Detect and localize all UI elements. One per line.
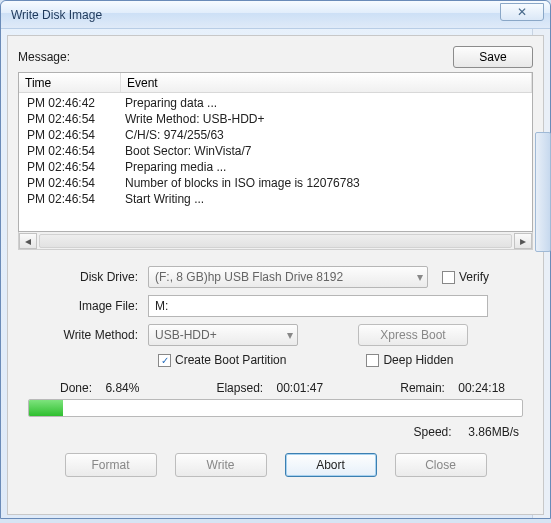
button-row: Format Write Abort Close xyxy=(18,453,533,477)
log-time: PM 02:46:54 xyxy=(19,176,121,190)
scroll-left-arrow[interactable]: ◂ xyxy=(19,233,37,249)
log-row[interactable]: PM 02:46:54Boot Sector: WinVista/7 xyxy=(19,143,532,159)
write-method-value: USB-HDD+ xyxy=(155,328,217,342)
speed-row: Speed: 3.86MB/s xyxy=(18,425,519,439)
progress-fill xyxy=(29,400,63,416)
deep-hidden-checkbox[interactable]: Deep Hidden xyxy=(366,353,453,367)
disk-drive-dropdown[interactable]: (F:, 8 GB)hp USB Flash Drive 8192 ▾ xyxy=(148,266,428,288)
verify-checkbox[interactable]: Verify xyxy=(442,270,489,284)
save-button[interactable]: Save xyxy=(453,46,533,68)
window-title: Write Disk Image xyxy=(11,8,102,22)
speed-label: Speed: xyxy=(414,425,452,439)
stats-row: Done: 6.84% Elapsed: 00:01:47 Remain: 00… xyxy=(60,381,505,395)
log-row[interactable]: PM 02:46:54Number of blocks in ISO image… xyxy=(19,175,532,191)
log-time: PM 02:46:54 xyxy=(19,112,121,126)
checkbox-icon xyxy=(442,271,455,284)
log-time: PM 02:46:42 xyxy=(19,96,121,110)
elapsed-label: Elapsed: xyxy=(216,381,263,395)
speed-value: 3.86MB/s xyxy=(468,425,519,439)
scroll-track[interactable] xyxy=(39,234,512,248)
done-label: Done: xyxy=(60,381,92,395)
image-file-value: M: xyxy=(155,299,168,313)
message-label: Message: xyxy=(18,50,70,64)
image-file-field[interactable]: M: xyxy=(148,295,488,317)
log-event: Write Method: USB-HDD+ xyxy=(121,112,532,126)
window-close-button[interactable]: ✕ xyxy=(500,3,544,21)
disk-drive-label: Disk Drive: xyxy=(18,270,148,284)
column-time[interactable]: Time xyxy=(19,73,121,92)
log-listview[interactable]: Time Event PM 02:46:42Preparing data ...… xyxy=(18,72,533,232)
titlebar[interactable]: Write Disk Image ✕ xyxy=(1,1,550,29)
write-method-dropdown[interactable]: USB-HDD+ ▾ xyxy=(148,324,298,346)
log-event: Preparing media ... xyxy=(121,160,532,174)
log-row[interactable]: PM 02:46:54Start Writing ... xyxy=(19,191,532,207)
log-time: PM 02:46:54 xyxy=(19,128,121,142)
checkbox-checked-icon: ✓ xyxy=(158,354,171,367)
horizontal-scrollbar[interactable]: ◂ ▸ xyxy=(18,232,533,250)
scroll-right-arrow[interactable]: ▸ xyxy=(514,233,532,249)
chevron-down-icon: ▾ xyxy=(287,328,293,342)
write-button[interactable]: Write xyxy=(175,453,267,477)
vertical-scrollbar[interactable] xyxy=(535,92,551,307)
column-event[interactable]: Event xyxy=(121,73,532,92)
xpress-boot-button[interactable]: Xpress Boot xyxy=(358,324,468,346)
disk-drive-value: (F:, 8 GB)hp USB Flash Drive 8192 xyxy=(155,270,343,284)
write-method-label: Write Method: xyxy=(18,328,148,342)
done-value: 6.84% xyxy=(105,381,139,395)
dialog-window: Write Disk Image ✕ Message: Save Time Ev… xyxy=(0,0,551,519)
elapsed-value: 00:01:47 xyxy=(276,381,323,395)
client-area: Message: Save Time Event PM 02:46:42Prep… xyxy=(7,35,544,515)
remain-value: 00:24:18 xyxy=(458,381,505,395)
log-time: PM 02:46:54 xyxy=(19,160,121,174)
scrollbar-thumb[interactable] xyxy=(535,132,551,252)
remain-label: Remain: xyxy=(400,381,445,395)
log-event: Number of blocks in ISO image is 1207678… xyxy=(121,176,532,190)
log-time: PM 02:46:54 xyxy=(19,144,121,158)
log-row[interactable]: PM 02:46:42Preparing data ... xyxy=(19,95,532,111)
log-row[interactable]: PM 02:46:54Preparing media ... xyxy=(19,159,532,175)
abort-button[interactable]: Abort xyxy=(285,453,377,477)
create-boot-partition-checkbox[interactable]: ✓ Create Boot Partition xyxy=(158,353,286,367)
log-time: PM 02:46:54 xyxy=(19,192,121,206)
log-event: Boot Sector: WinVista/7 xyxy=(121,144,532,158)
progress-bar xyxy=(28,399,523,417)
log-row[interactable]: PM 02:46:54Write Method: USB-HDD+ xyxy=(19,111,532,127)
chevron-down-icon: ▾ xyxy=(417,270,423,284)
image-file-label: Image File: xyxy=(18,299,148,313)
log-event: Preparing data ... xyxy=(121,96,532,110)
checkbox-icon xyxy=(366,354,379,367)
log-header[interactable]: Time Event xyxy=(19,73,532,93)
close-icon: ✕ xyxy=(517,5,527,19)
log-row[interactable]: PM 02:46:54C/H/S: 974/255/63 xyxy=(19,127,532,143)
log-event: Start Writing ... xyxy=(121,192,532,206)
log-event: C/H/S: 974/255/63 xyxy=(121,128,532,142)
format-button[interactable]: Format xyxy=(65,453,157,477)
close-button[interactable]: Close xyxy=(395,453,487,477)
